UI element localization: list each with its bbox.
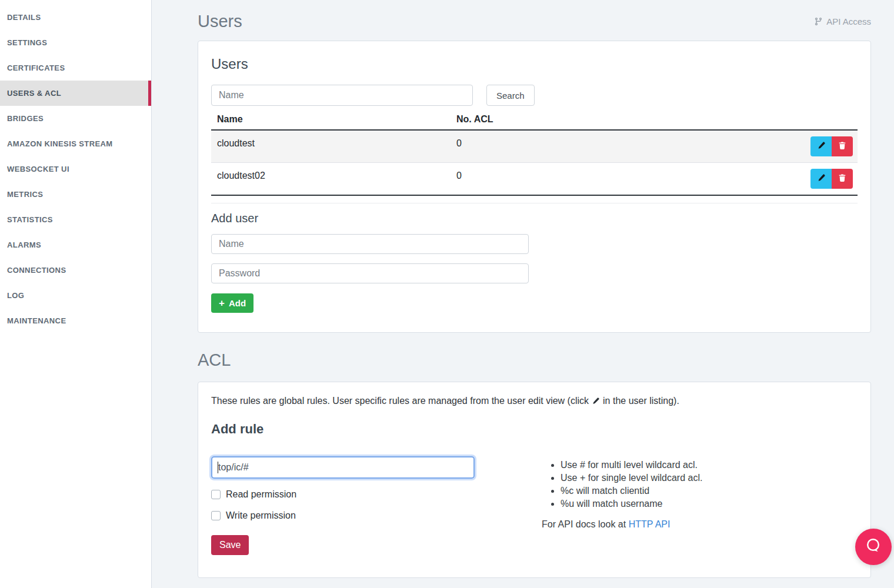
sidebar-item-statistics[interactable]: STATISTICS xyxy=(0,207,151,232)
sidebar-item-details[interactable]: DETAILS xyxy=(0,5,151,30)
list-item: %c will match clientid xyxy=(561,485,858,497)
add-rule-left-column: Read permission Write permission Save xyxy=(211,456,475,555)
page-title: Users xyxy=(198,12,242,31)
sidebar: DETAILS SETTINGS CERTIFICATES USERS & AC… xyxy=(0,0,152,588)
delete-user-button[interactable] xyxy=(832,169,853,189)
sidebar-item-users-acl[interactable]: USERS & ACL xyxy=(0,81,151,106)
trash-icon xyxy=(838,173,846,184)
search-button[interactable]: Search xyxy=(486,85,535,106)
sidebar-item-websocket-ui[interactable]: WEBSOCKET UI xyxy=(0,156,151,182)
acl-intro-text: These rules are global rules. User speci… xyxy=(211,396,858,406)
users-card-title: Users xyxy=(211,56,858,72)
text-caret xyxy=(218,462,218,473)
divider xyxy=(211,203,858,203)
pencil-icon xyxy=(817,141,826,152)
sidebar-item-connections[interactable]: CONNECTIONS xyxy=(0,258,151,283)
table-row: cloudtest 0 xyxy=(211,130,858,163)
sidebar-item-amazon-kinesis-stream[interactable]: AMAZON KINESIS STREAM xyxy=(0,131,151,156)
write-permission-row: Write permission xyxy=(211,510,475,521)
api-docs-note: For API docs look at HTTP API xyxy=(542,519,858,530)
row-action-group xyxy=(810,136,853,156)
add-rule-title: Add rule xyxy=(211,422,858,437)
add-rule-form: Read permission Write permission Save Us… xyxy=(211,456,858,555)
page-header: Users API Access xyxy=(198,8,871,34)
acl-card: These rules are global rules. User speci… xyxy=(198,382,871,578)
chat-bubble-icon xyxy=(864,536,883,557)
user-name-cell: cloudtest02 xyxy=(211,163,451,196)
pencil-icon xyxy=(817,173,826,184)
sidebar-item-metrics[interactable]: METRICS xyxy=(0,182,151,207)
add-user-title: Add user xyxy=(211,212,858,225)
list-item: Use # for multi level wildcard acl. xyxy=(561,459,858,472)
user-filter-input[interactable] xyxy=(211,85,473,106)
users-table: Name No. ACL cloudtest 0 xyxy=(211,109,858,196)
write-permission-checkbox[interactable] xyxy=(211,511,221,520)
sidebar-item-maintenance[interactable]: MAINTENANCE xyxy=(0,308,151,333)
pencil-icon xyxy=(589,396,603,406)
acl-section-title: ACL xyxy=(198,350,871,370)
delete-user-button[interactable] xyxy=(832,136,853,156)
column-header-actions xyxy=(799,109,858,130)
row-actions-cell xyxy=(799,163,858,196)
acl-tips-column: Use # for multi level wildcard acl. Use … xyxy=(542,456,858,555)
sidebar-item-log[interactable]: LOG xyxy=(0,283,151,308)
wildcard-tips-list: Use # for multi level wildcard acl. Use … xyxy=(542,459,858,510)
add-user-button-label: Add xyxy=(229,298,246,308)
column-header-name: Name xyxy=(211,109,451,130)
user-name-cell: cloudtest xyxy=(211,130,451,163)
write-permission-label[interactable]: Write permission xyxy=(226,510,296,521)
read-permission-label[interactable]: Read permission xyxy=(226,489,296,500)
api-access-label: API Access xyxy=(826,16,871,26)
list-item: Use + for single level wildcard acl. xyxy=(561,472,858,485)
plus-icon: + xyxy=(219,298,225,308)
read-permission-checkbox[interactable] xyxy=(211,490,221,499)
user-acl-count-cell: 0 xyxy=(451,163,799,196)
http-api-link[interactable]: HTTP API xyxy=(629,519,670,529)
edit-user-button[interactable] xyxy=(810,136,832,156)
row-action-group xyxy=(810,169,853,189)
api-access-link[interactable]: API Access xyxy=(814,16,871,26)
acl-topic-input[interactable] xyxy=(211,456,475,479)
list-item: %u will match username xyxy=(561,497,858,510)
edit-user-button[interactable] xyxy=(810,169,832,189)
new-user-name-field[interactable] xyxy=(211,234,529,254)
users-table-header-row: Name No. ACL xyxy=(211,109,858,130)
sidebar-item-settings[interactable]: SETTINGS xyxy=(0,30,151,55)
chat-launcher-button[interactable] xyxy=(855,529,892,565)
users-card: Users Search Name No. ACL cloudtest 0 xyxy=(198,41,871,333)
column-header-no-acl: No. ACL xyxy=(451,109,799,130)
user-acl-count-cell: 0 xyxy=(451,130,799,163)
user-filter-row: Search xyxy=(211,85,858,106)
main-content: Users API Access Users Search N xyxy=(152,0,894,588)
trash-icon xyxy=(838,141,846,152)
sidebar-item-bridges[interactable]: BRIDGES xyxy=(0,106,151,131)
sidebar-item-certificates[interactable]: CERTIFICATES xyxy=(0,55,151,81)
save-rule-button[interactable]: Save xyxy=(211,535,249,555)
sidebar-item-alarms[interactable]: ALARMS xyxy=(0,232,151,258)
app-root: DETAILS SETTINGS CERTIFICATES USERS & AC… xyxy=(0,0,894,588)
row-actions-cell xyxy=(799,130,858,163)
new-user-password-field[interactable] xyxy=(211,263,529,283)
git-branch-icon xyxy=(814,17,823,26)
read-permission-row: Read permission xyxy=(211,489,475,500)
add-user-button[interactable]: + Add xyxy=(211,293,253,313)
table-row: cloudtest02 0 xyxy=(211,163,858,196)
topic-input-wrapper xyxy=(211,456,475,479)
